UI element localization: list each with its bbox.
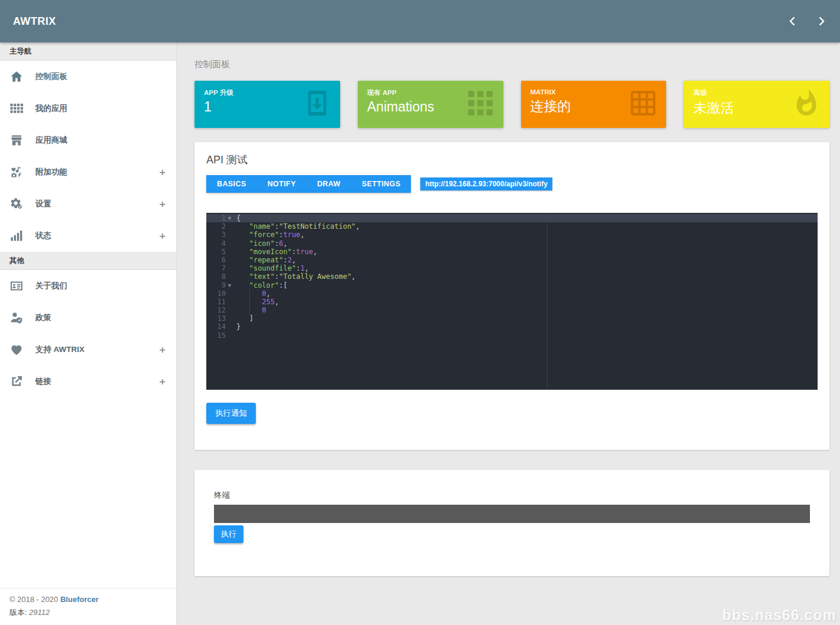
fold-toggle-icon: [226, 314, 233, 323]
line-number: 1: [222, 214, 226, 222]
line-number: 5: [222, 248, 226, 256]
fold-toggle-icon[interactable]: ▼: [226, 281, 233, 290]
sidebar-item-status[interactable]: 状态+: [0, 220, 176, 252]
editor-line: 10 0,: [206, 290, 818, 298]
card-current-app[interactable]: 现有 APPAnimations: [358, 81, 503, 128]
expand-plus-icon: +: [159, 376, 166, 387]
sidebar-item-settings[interactable]: 设置+: [0, 188, 176, 220]
fold-toggle-icon[interactable]: ▼: [226, 214, 233, 222]
api-tabs: BASICSNOTIFYDRAWSETTINGS: [206, 175, 411, 193]
line-number: 11: [218, 298, 226, 306]
editor-gutter-cell: 15: [206, 331, 233, 340]
fold-toggle-icon: [226, 256, 233, 264]
card-app-upgrade[interactable]: APP 升级1: [195, 81, 340, 128]
policy-icon: [9, 310, 27, 325]
api-tabs-row: BASICSNOTIFYDRAWSETTINGS http://192.168.…: [206, 175, 818, 193]
editor-code-text: "name":"TestNotification",: [233, 222, 360, 231]
editor-gutter-cell: 4: [206, 239, 233, 248]
chevron-left-icon[interactable]: [782, 11, 802, 31]
author-link[interactable]: Blueforcer: [60, 595, 98, 604]
editor-gutter-cell: 1▼: [206, 214, 233, 222]
sidebar-item-label: 我的应用: [35, 103, 67, 114]
sidebar-item-dashboard[interactable]: 控制面板: [0, 61, 176, 93]
editor-code-text: 0: [233, 306, 266, 314]
editor-code-text: "force":true,: [233, 231, 305, 239]
editor-code-text: "repeat":2,: [233, 256, 296, 264]
editor-gutter-cell: 2: [206, 222, 233, 231]
tab-settings[interactable]: SETTINGS: [351, 175, 411, 193]
sidebar-section-other: 其他: [0, 252, 176, 270]
sidebar-section-main: 主导航: [0, 42, 176, 61]
editor-line: 6 "repeat":2,: [206, 256, 818, 264]
sidebar-item-policy[interactable]: 政策: [0, 302, 176, 334]
terminal-input[interactable]: [214, 505, 810, 523]
tab-draw[interactable]: DRAW: [307, 175, 351, 193]
sidebar-item-label: 附加功能: [35, 167, 67, 177]
editor-gutter-cell: 5: [206, 248, 233, 256]
editor-code-text: ]: [233, 314, 253, 323]
expand-plus-icon: +: [159, 344, 166, 356]
card-matrix[interactable]: MATRIX连接的: [521, 81, 667, 128]
editor-line: 15: [206, 331, 818, 340]
sidebar-item-label: 链接: [35, 376, 51, 387]
editor-line: 2 "name":"TestNotification",: [206, 222, 818, 231]
line-number: 8: [222, 272, 226, 281]
line-number: 14: [218, 323, 226, 331]
tab-basics[interactable]: BASICS: [206, 175, 257, 193]
sidebar-item-label: 控制面板: [35, 71, 67, 82]
editor-gutter-cell: 12: [206, 306, 233, 314]
main-content: 控制面板 APP 升级1现有 APPAnimationsMATRIX连接的高级未…: [177, 42, 840, 625]
sidebar-item-label: 状态: [35, 231, 51, 241]
editor-code-text: "color":[: [233, 281, 288, 290]
fold-toggle-icon: [226, 231, 233, 239]
apps-icon: [9, 101, 27, 116]
sidebar-item-extras[interactable]: 附加功能+: [0, 156, 176, 188]
support-icon: [9, 342, 27, 357]
fold-toggle-icon: [226, 248, 233, 256]
status-icon: [9, 228, 27, 244]
grid-on-icon: [628, 88, 658, 120]
fold-toggle-icon: [226, 272, 233, 281]
sidebar-item-my-apps[interactable]: 我的应用: [0, 93, 176, 124]
editor-gutter-cell: 9▼: [206, 281, 233, 290]
editor-code-text: }: [233, 323, 241, 331]
chevron-right-icon[interactable]: [812, 11, 832, 31]
editor-line: 4 "icon":6,: [206, 239, 818, 248]
editor-code-text: 0,: [233, 290, 271, 298]
copyright: © 2018 - 2020 Blueforcer: [9, 595, 167, 604]
fold-toggle-icon: [226, 306, 233, 314]
card-premium[interactable]: 高级未激活: [684, 81, 829, 128]
editor-line: 3 "force":true,: [206, 231, 818, 239]
json-editor[interactable]: 1▼{2 "name":"TestNotification",3 "force"…: [206, 213, 818, 390]
sidebar-item-label: 政策: [35, 312, 51, 323]
fold-toggle-icon: [226, 264, 233, 272]
links-icon: [9, 374, 27, 389]
summary-cards: APP 升级1现有 APPAnimationsMATRIX连接的高级未激活: [195, 81, 829, 128]
editor-line: 7 "soundfile":1,: [206, 264, 818, 272]
flame-icon: [792, 88, 821, 120]
page-title: 控制面板: [195, 59, 829, 70]
terminal-exec-button[interactable]: 执行: [214, 525, 243, 543]
editor-line: 11 255,: [206, 298, 818, 306]
editor-gutter-cell: 6: [206, 256, 233, 264]
sidebar-item-support[interactable]: 支持 AWTRIX+: [0, 334, 176, 366]
sidebar-item-app-store[interactable]: 应用商城: [0, 124, 176, 156]
line-number: 10: [218, 290, 226, 298]
sidebar-item-about[interactable]: 关于我们: [0, 270, 176, 302]
editor-code-text: 255,: [233, 298, 279, 306]
editor-line: 13 ]: [206, 314, 818, 323]
header-nav: [782, 11, 832, 31]
run-notify-button[interactable]: 执行通知: [206, 403, 256, 424]
tab-notify[interactable]: NOTIFY: [257, 175, 307, 193]
sidebar-item-links[interactable]: 链接+: [0, 366, 176, 397]
terminal-panel: 终端 执行: [195, 470, 829, 576]
editor-code-text: "soundfile":1,: [233, 264, 309, 272]
extras-icon: [9, 165, 27, 180]
editor-code-text: {: [233, 214, 241, 222]
editor-code-text: [233, 331, 236, 340]
fold-toggle-icon: [226, 323, 233, 331]
expand-plus-icon: +: [159, 199, 166, 210]
line-number: 4: [222, 239, 226, 248]
line-number: 6: [222, 256, 226, 264]
apps-grid-icon: [466, 88, 495, 120]
